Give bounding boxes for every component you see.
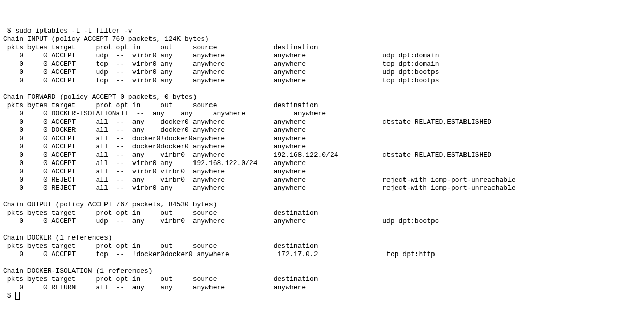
rule-row: 0 0 ACCEPT all -- any virbr0 anywhere 19… (3, 151, 491, 159)
column-header: pkts bytes target prot opt in out source… (3, 43, 318, 51)
rule-row: 0 0 DOCKER-ISOLATIONall -- any any anywh… (3, 110, 326, 117)
rule-row: 0 0 ACCEPT tcp -- !docker0docker0 anywhe… (3, 250, 435, 258)
rule-row: 0 0 ACCEPT udp -- virbr0 any anywhere an… (3, 68, 439, 76)
column-header: pkts bytes target prot opt in out source… (3, 101, 318, 109)
chain-header: Chain OUTPUT (policy ACCEPT 767 packets,… (3, 201, 217, 209)
rule-row: 0 0 ACCEPT udp -- any virbr0 anywhere an… (3, 217, 439, 225)
command-text[interactable]: sudo iptables -L -t filter -v (15, 27, 132, 35)
rule-row: 0 0 ACCEPT all -- virbr0 virbr0 anywhere… (3, 168, 306, 175)
chain-header: Chain DOCKER (1 references) (3, 234, 112, 242)
column-header: pkts bytes target prot opt in out source… (3, 242, 318, 250)
rule-row: 0 0 ACCEPT all -- any docker0 anywhere a… (3, 118, 491, 126)
chain-header: Chain FORWARD (policy ACCEPT 0 packets, … (3, 93, 197, 101)
terminal-output: $ sudo iptables -L -t filter -v Chain IN… (3, 27, 641, 300)
shell-prompt: $ (3, 292, 15, 300)
chain-header: Chain INPUT (policy ACCEPT 769 packets, … (3, 35, 209, 43)
rule-row: 0 0 ACCEPT all -- docker0!docker0anywher… (3, 135, 306, 142)
rule-row: 0 0 RETURN all -- any any anywhere anywh… (3, 284, 306, 291)
column-header: pkts bytes target prot opt in out source… (3, 209, 318, 217)
rule-row: 0 0 ACCEPT all -- virbr0 any 192.168.122… (3, 159, 306, 167)
rule-row: 0 0 ACCEPT tcp -- virbr0 any anywhere an… (3, 77, 439, 84)
rule-row: 0 0 DOCKER all -- any docker0 anywhere a… (3, 126, 306, 134)
rule-row: 0 0 REJECT all -- any virbr0 anywhere an… (3, 176, 516, 184)
column-header: pkts bytes target prot opt in out source… (3, 275, 318, 283)
cursor[interactable] (15, 292, 20, 300)
rule-row: 0 0 ACCEPT udp -- virbr0 any anywhere an… (3, 52, 439, 60)
rule-row: 0 0 ACCEPT tcp -- virbr0 any anywhere an… (3, 60, 439, 68)
shell-prompt: $ (3, 27, 15, 35)
chain-header: Chain DOCKER-ISOLATION (1 references) (3, 267, 153, 275)
rule-row: 0 0 ACCEPT all -- docker0docker0 anywher… (3, 143, 306, 151)
rule-row: 0 0 REJECT all -- virbr0 any anywhere an… (3, 184, 516, 192)
